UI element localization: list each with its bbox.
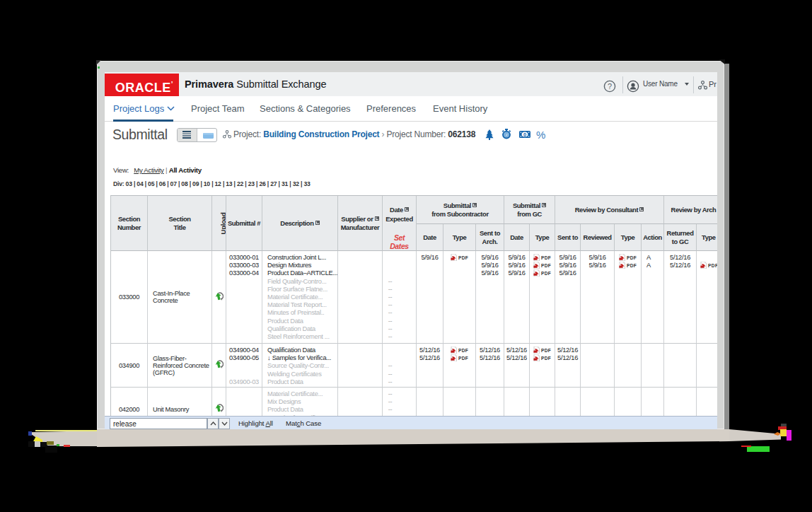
svg-text:?: ? bbox=[608, 82, 612, 91]
svg-text:0: 0 bbox=[523, 132, 526, 138]
